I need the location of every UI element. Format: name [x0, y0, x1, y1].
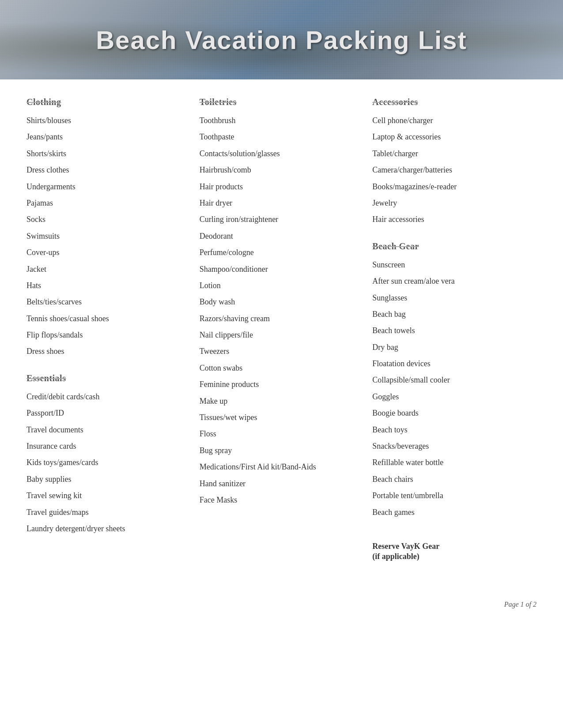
list-item: Curling iron/straightener	[200, 211, 364, 228]
list-item: Sunglasses	[372, 290, 537, 306]
list-item: Deodorant	[200, 228, 364, 244]
section-header-accessories: Accessories	[372, 97, 537, 107]
list-item: Camera/charger/batteries	[372, 162, 537, 178]
list-item: Perfume/cologne	[200, 244, 364, 261]
list-item: Lotion	[200, 278, 364, 294]
list-item: Books/magazines/e-reader	[372, 179, 537, 195]
list-item: Dress clothes	[26, 162, 191, 178]
list-item: Bug spray	[200, 443, 364, 459]
list-item: Floss	[200, 426, 364, 442]
list-item: Baby supplies	[26, 471, 191, 488]
list-item: Passport/ID	[26, 405, 191, 421]
list-item: Feminine products	[200, 376, 364, 393]
list-item: Dress shoes	[26, 343, 191, 360]
list-item: Medications/First Aid kit/Band-Aids	[200, 459, 364, 475]
list-item: Boogie boards	[372, 405, 537, 421]
list-item: Tablet/charger	[372, 146, 537, 162]
list-item: Dry bag	[372, 339, 537, 356]
list-item: Jewelry	[372, 195, 537, 211]
list-item: Portable tent/umbrella	[372, 488, 537, 504]
content-area: ClothingShirts/blousesJeans/pantsShorts/…	[0, 79, 563, 592]
list-item: Collapsible/small cooler	[372, 372, 537, 388]
list-item: Beach games	[372, 504, 537, 521]
list-item: Razors/shaving cream	[200, 311, 364, 327]
section-header-clothing: Clothing	[26, 97, 191, 107]
list-item: Credit/debit cards/cash	[26, 389, 191, 405]
list-item: Cover-ups	[26, 244, 191, 261]
list-item: Flip flops/sandals	[26, 327, 191, 343]
list-item: Swimsuits	[26, 228, 191, 244]
column-1: ClothingShirts/blousesJeans/pantsShorts/…	[26, 93, 191, 565]
list-item: Body wash	[200, 294, 364, 310]
page-header: Beach Vacation Packing List	[0, 0, 563, 79]
reserve-header: Reserve VayK Gear(if applicable)	[372, 538, 537, 565]
list-item: Hair accessories	[372, 211, 537, 228]
section-header-toiletries: Toiletries	[200, 97, 364, 107]
list-item: Tweezers	[200, 343, 364, 360]
list-item: Undergarments	[26, 179, 191, 195]
page-title: Beach Vacation Packing List	[96, 25, 467, 55]
list-item: Tissues/wet wipes	[200, 409, 364, 426]
list-item: Shorts/skirts	[26, 146, 191, 162]
list-item: After sun cream/aloe vera	[372, 273, 537, 289]
list-item: Travel sewing kit	[26, 488, 191, 504]
list-item: Hair dryer	[200, 195, 364, 211]
list-item: Jacket	[26, 261, 191, 278]
page-footer: Page 1 of 2	[0, 592, 563, 617]
list-item: Shampoo/conditioner	[200, 261, 364, 278]
list-item: Socks	[26, 211, 191, 228]
list-item: Nail clippers/file	[200, 327, 364, 343]
column-3: AccessoriesCell phone/chargerLaptop & ac…	[372, 93, 537, 565]
list-item: Hats	[26, 278, 191, 294]
list-item: Contacts/solution/glasses	[200, 146, 364, 162]
list-item: Pajamas	[26, 195, 191, 211]
list-item: Beach towels	[372, 323, 537, 339]
list-item: Face Masks	[200, 492, 364, 508]
list-item: Refillable water bottle	[372, 454, 537, 471]
column-2: ToiletriesToothbrushToothpasteContacts/s…	[200, 93, 364, 565]
list-item: Beach chairs	[372, 471, 537, 488]
list-item: Cell phone/charger	[372, 113, 537, 129]
list-item: Cotton swabs	[200, 360, 364, 376]
section-header-essentials: Essentials	[26, 373, 191, 383]
list-item: Laundry detergent/dryer sheets	[26, 521, 191, 537]
list-item: Beach bag	[372, 306, 537, 323]
list-item: Beach toys	[372, 422, 537, 438]
list-item: Travel documents	[26, 422, 191, 438]
list-item: Tennis shoes/casual shoes	[26, 311, 191, 327]
list-item: Hair products	[200, 179, 364, 195]
section-header-beach-gear: Beach Gear	[372, 241, 537, 251]
list-item: Sunscreen	[372, 257, 537, 273]
list-item: Make up	[200, 393, 364, 409]
columns-container: ClothingShirts/blousesJeans/pantsShorts/…	[26, 93, 537, 565]
list-item: Laptop & accessories	[372, 129, 537, 145]
list-item: Shirts/blouses	[26, 113, 191, 129]
list-item: Toothpaste	[200, 129, 364, 145]
list-item: Belts/ties/scarves	[26, 294, 191, 310]
list-item: Kids toys/games/cards	[26, 454, 191, 471]
list-item: Floatation devices	[372, 356, 537, 372]
list-item: Snacks/beverages	[372, 438, 537, 454]
list-item: Travel guides/maps	[26, 504, 191, 521]
list-item: Goggles	[372, 389, 537, 405]
list-item: Insurance cards	[26, 438, 191, 454]
page-number: Page 1 of 2	[504, 600, 537, 608]
list-item: Toothbrush	[200, 113, 364, 129]
list-item: Hairbrush/comb	[200, 162, 364, 178]
list-item: Jeans/pants	[26, 129, 191, 145]
list-item: Hand sanitizer	[200, 476, 364, 492]
